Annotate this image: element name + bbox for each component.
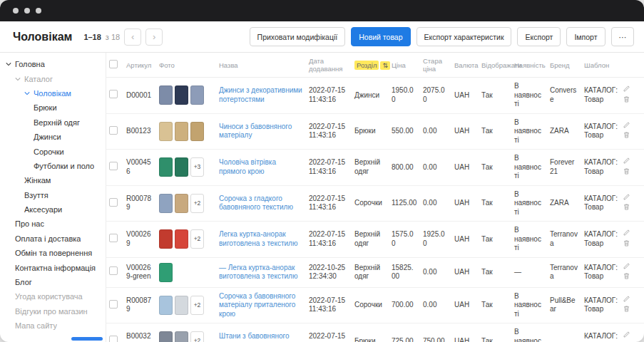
product-name-link[interactable]: Штани з бавовняного матеріалу прямого кр… — [219, 332, 300, 342]
col-display[interactable]: Відображати — [479, 53, 511, 78]
sidebar-item-vidguky-pro-magazyn[interactable]: Відгуки про магазин — [0, 304, 106, 318]
col-old-price[interactable]: Стара ціна — [420, 53, 451, 78]
sidebar-item-katalog[interactable]: Каталог — [0, 71, 106, 86]
sidebar-item-mapa-saytu[interactable]: Мапа сайту — [0, 318, 106, 333]
cell-name: Легка куртка-анорак виготовлена з тексти… — [216, 222, 306, 258]
more-photos-badge: +2 — [190, 296, 204, 315]
photo-thumbnails[interactable]: +2 — [159, 194, 213, 213]
sidebar-item-vzuttia[interactable]: Взуття — [0, 188, 106, 202]
edit-button[interactable] — [623, 295, 630, 306]
sidebar-item-aksesuary[interactable]: Аксесуари — [0, 202, 106, 217]
photo-thumbnails[interactable] — [159, 122, 213, 141]
import-button[interactable]: Імпорт — [566, 27, 605, 46]
export-characteristics-button[interactable]: Експорт характеристик — [416, 27, 512, 46]
col-brand[interactable]: Бренд — [547, 53, 581, 78]
sidebar-item-sorochky[interactable]: Сорочки — [0, 144, 106, 158]
edit-button[interactable] — [623, 262, 630, 273]
col-price[interactable]: Ціна — [389, 53, 420, 78]
row-checkbox[interactable] — [109, 336, 118, 342]
col-article[interactable]: Артикул — [123, 53, 156, 78]
photo-thumbnails[interactable] — [159, 86, 213, 105]
delete-button[interactable] — [623, 131, 630, 142]
more-actions-button[interactable]: ⋯ — [611, 27, 635, 46]
delete-button[interactable] — [623, 272, 630, 283]
sidebar-item-label: Взуття — [24, 191, 48, 200]
select-all-checkbox[interactable] — [109, 60, 118, 68]
sidebar-scrollbar[interactable] — [71, 337, 103, 341]
delete-button[interactable] — [623, 95, 630, 106]
brand-value: ZARA — [547, 113, 581, 150]
row-checkbox[interactable] — [109, 162, 118, 170]
row-checkbox[interactable] — [109, 198, 118, 207]
product-name-link[interactable]: Сорочка з гладкого бавовняного текстилю — [219, 195, 293, 212]
edit-button[interactable] — [623, 193, 630, 204]
delete-button[interactable] — [623, 203, 630, 214]
product-name-link[interactable]: Чоловіча вітрівка прямого крою — [219, 158, 276, 175]
edit-button[interactable] — [623, 157, 630, 167]
new-product-button[interactable]: Новий товар — [351, 27, 410, 46]
next-page-button[interactable]: › — [145, 28, 163, 46]
product-name-link[interactable]: Чиноси з бавовняного матеріалу — [219, 123, 292, 140]
delete-button[interactable] — [623, 305, 630, 316]
sidebar-item-verkhniy-odyag[interactable]: Верхній одяг — [0, 115, 106, 130]
photo-thumbnails[interactable]: +2 — [159, 331, 213, 342]
sidebar-item-oplata-dostavka[interactable]: Оплата і доставка — [0, 232, 106, 246]
export-button[interactable]: Експорт — [517, 27, 561, 46]
product-photo — [190, 122, 204, 141]
edit-button[interactable] — [623, 331, 630, 341]
product-name-link[interactable]: — Легка куртка-анорак виготовлена з текс… — [219, 264, 297, 281]
col-section-label[interactable]: Розділ — [354, 61, 379, 70]
more-photos-badge: +2 — [190, 331, 204, 342]
edit-button[interactable] — [623, 85, 630, 95]
stock-value: В наявності — [511, 150, 547, 186]
sidebar-item-zhinkam[interactable]: Жінкам — [0, 173, 106, 187]
chevron-down-icon — [24, 91, 30, 95]
sidebar-item-golovna[interactable]: Головна — [0, 57, 106, 71]
col-stock[interactable]: Наявність — [511, 53, 547, 78]
sidebar-item-obmin-povernennya[interactable]: Обмін та повернення — [0, 246, 106, 260]
prev-page-button[interactable]: ‹ — [124, 28, 141, 46]
row-checkbox[interactable] — [109, 300, 118, 309]
cell-name: — Легка куртка-анорак виготовлена з текс… — [216, 257, 306, 287]
col-photo[interactable]: Фото — [156, 53, 216, 78]
cell-date: 2022-07-1511:43:16 — [306, 287, 352, 323]
edit-button[interactable] — [623, 121, 630, 132]
photo-thumbnails[interactable]: +3 — [159, 157, 213, 177]
sidebar-item-pro-nas[interactable]: Про нас — [0, 217, 106, 231]
col-name[interactable]: Назва — [216, 53, 306, 78]
col-currency[interactable]: Валюта — [451, 53, 479, 78]
sort-icon[interactable]: ⇅ — [380, 61, 390, 70]
template-line1: КАТАЛОГ: — [584, 264, 617, 273]
delete-button[interactable] — [623, 167, 630, 178]
product-name-link[interactable]: Легка куртка-анорак виготовлена з тексти… — [219, 230, 297, 247]
sidebar-item-bryuky[interactable]: Брюки — [0, 100, 106, 115]
product-name-link[interactable]: Сорочка з бавовняного матеріалу притален… — [219, 292, 295, 318]
sidebar-item-cholovikam[interactable]: Чоловікам — [0, 86, 106, 100]
col-section[interactable]: Розділ⇅ — [352, 53, 389, 78]
cell-actions — [620, 287, 644, 323]
hide-modifications-button[interactable]: Приховати модифікації — [250, 27, 346, 46]
cell-actions — [620, 150, 644, 186]
window-dot[interactable] — [36, 8, 41, 14]
row-checkbox[interactable] — [109, 234, 118, 242]
photo-thumbnails[interactable] — [159, 263, 213, 282]
product-name-link[interactable]: Джинси з декоративними потертостями — [219, 86, 302, 103]
row-checkbox[interactable] — [109, 90, 118, 98]
col-date-added[interactable]: Дата додавання — [306, 53, 352, 78]
delete-button[interactable] — [623, 239, 630, 250]
cell-checkbox — [106, 185, 123, 222]
sidebar-item-kontaktna-informatsiya[interactable]: Контактна інформація — [0, 260, 106, 274]
row-checkbox[interactable] — [109, 266, 118, 275]
sidebar-item-dzhynsy[interactable]: Джинси — [0, 130, 106, 144]
window-dot[interactable] — [24, 8, 30, 14]
window-dot[interactable] — [13, 8, 19, 14]
sidebar-item-label: Каталог — [24, 75, 53, 83]
photo-thumbnails[interactable]: +2 — [159, 229, 213, 249]
col-template[interactable]: Шаблон — [581, 53, 620, 78]
photo-thumbnails[interactable]: +2 — [159, 296, 213, 315]
sidebar-item-blog[interactable]: Блог — [0, 275, 106, 289]
sidebar-item-ugoda-korystuvacha[interactable]: Угода користувача — [0, 289, 106, 304]
row-checkbox[interactable] — [109, 126, 118, 135]
sidebar-item-futbolky-polo[interactable]: Футболки и поло — [0, 159, 106, 173]
edit-button[interactable] — [623, 229, 630, 239]
